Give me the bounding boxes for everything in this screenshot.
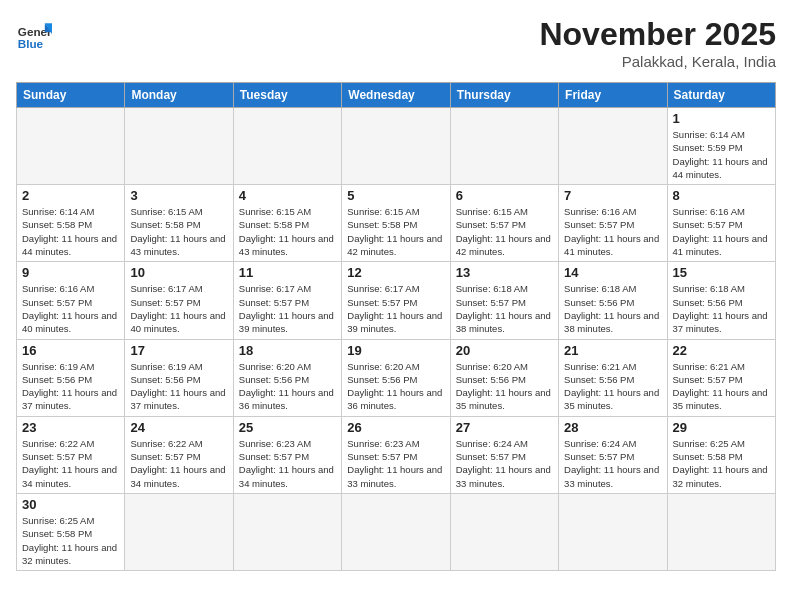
calendar-day-cell — [559, 108, 667, 185]
calendar-day-cell: 6Sunrise: 6:15 AM Sunset: 5:57 PM Daylig… — [450, 185, 558, 262]
weekday-header-saturday: Saturday — [667, 83, 775, 108]
day-number: 25 — [239, 420, 336, 435]
calendar-day-cell: 30Sunrise: 6:25 AM Sunset: 5:58 PM Dayli… — [17, 493, 125, 570]
calendar-day-cell — [559, 493, 667, 570]
day-number: 26 — [347, 420, 444, 435]
calendar-day-cell: 26Sunrise: 6:23 AM Sunset: 5:57 PM Dayli… — [342, 416, 450, 493]
day-number: 12 — [347, 265, 444, 280]
day-info: Sunrise: 6:17 AM Sunset: 5:57 PM Dayligh… — [239, 282, 336, 335]
day-number: 17 — [130, 343, 227, 358]
calendar-day-cell — [342, 493, 450, 570]
day-info: Sunrise: 6:16 AM Sunset: 5:57 PM Dayligh… — [22, 282, 119, 335]
calendar-day-cell: 2Sunrise: 6:14 AM Sunset: 5:58 PM Daylig… — [17, 185, 125, 262]
day-info: Sunrise: 6:22 AM Sunset: 5:57 PM Dayligh… — [130, 437, 227, 490]
calendar-day-cell: 29Sunrise: 6:25 AM Sunset: 5:58 PM Dayli… — [667, 416, 775, 493]
day-info: Sunrise: 6:21 AM Sunset: 5:56 PM Dayligh… — [564, 360, 661, 413]
day-number: 1 — [673, 111, 770, 126]
day-number: 5 — [347, 188, 444, 203]
day-number: 20 — [456, 343, 553, 358]
day-number: 18 — [239, 343, 336, 358]
calendar-day-cell — [233, 108, 341, 185]
day-info: Sunrise: 6:18 AM Sunset: 5:57 PM Dayligh… — [456, 282, 553, 335]
day-info: Sunrise: 6:19 AM Sunset: 5:56 PM Dayligh… — [130, 360, 227, 413]
calendar-day-cell — [450, 108, 558, 185]
day-number: 19 — [347, 343, 444, 358]
day-info: Sunrise: 6:25 AM Sunset: 5:58 PM Dayligh… — [673, 437, 770, 490]
calendar-day-cell — [125, 493, 233, 570]
calendar-week-row: 1Sunrise: 6:14 AM Sunset: 5:59 PM Daylig… — [17, 108, 776, 185]
day-number: 29 — [673, 420, 770, 435]
calendar-week-row: 23Sunrise: 6:22 AM Sunset: 5:57 PM Dayli… — [17, 416, 776, 493]
day-info: Sunrise: 6:24 AM Sunset: 5:57 PM Dayligh… — [456, 437, 553, 490]
day-info: Sunrise: 6:20 AM Sunset: 5:56 PM Dayligh… — [456, 360, 553, 413]
calendar-day-cell: 28Sunrise: 6:24 AM Sunset: 5:57 PM Dayli… — [559, 416, 667, 493]
day-info: Sunrise: 6:17 AM Sunset: 5:57 PM Dayligh… — [130, 282, 227, 335]
day-number: 24 — [130, 420, 227, 435]
day-info: Sunrise: 6:19 AM Sunset: 5:56 PM Dayligh… — [22, 360, 119, 413]
calendar-day-cell — [667, 493, 775, 570]
day-info: Sunrise: 6:20 AM Sunset: 5:56 PM Dayligh… — [239, 360, 336, 413]
day-number: 10 — [130, 265, 227, 280]
calendar-day-cell: 27Sunrise: 6:24 AM Sunset: 5:57 PM Dayli… — [450, 416, 558, 493]
day-info: Sunrise: 6:15 AM Sunset: 5:58 PM Dayligh… — [347, 205, 444, 258]
day-info: Sunrise: 6:18 AM Sunset: 5:56 PM Dayligh… — [564, 282, 661, 335]
calendar-week-row: 16Sunrise: 6:19 AM Sunset: 5:56 PM Dayli… — [17, 339, 776, 416]
day-info: Sunrise: 6:24 AM Sunset: 5:57 PM Dayligh… — [564, 437, 661, 490]
weekday-header-friday: Friday — [559, 83, 667, 108]
calendar-day-cell: 22Sunrise: 6:21 AM Sunset: 5:57 PM Dayli… — [667, 339, 775, 416]
day-number: 13 — [456, 265, 553, 280]
logo-icon: General Blue — [16, 16, 52, 52]
day-number: 14 — [564, 265, 661, 280]
weekday-header-sunday: Sunday — [17, 83, 125, 108]
svg-text:Blue: Blue — [18, 37, 44, 50]
day-number: 30 — [22, 497, 119, 512]
day-number: 27 — [456, 420, 553, 435]
calendar-day-cell — [342, 108, 450, 185]
weekday-header-wednesday: Wednesday — [342, 83, 450, 108]
day-number: 16 — [22, 343, 119, 358]
day-info: Sunrise: 6:21 AM Sunset: 5:57 PM Dayligh… — [673, 360, 770, 413]
calendar-day-cell: 9Sunrise: 6:16 AM Sunset: 5:57 PM Daylig… — [17, 262, 125, 339]
calendar-day-cell: 1Sunrise: 6:14 AM Sunset: 5:59 PM Daylig… — [667, 108, 775, 185]
day-info: Sunrise: 6:22 AM Sunset: 5:57 PM Dayligh… — [22, 437, 119, 490]
day-info: Sunrise: 6:17 AM Sunset: 5:57 PM Dayligh… — [347, 282, 444, 335]
day-info: Sunrise: 6:23 AM Sunset: 5:57 PM Dayligh… — [347, 437, 444, 490]
calendar-day-cell: 16Sunrise: 6:19 AM Sunset: 5:56 PM Dayli… — [17, 339, 125, 416]
calendar-day-cell: 12Sunrise: 6:17 AM Sunset: 5:57 PM Dayli… — [342, 262, 450, 339]
day-number: 9 — [22, 265, 119, 280]
day-number: 2 — [22, 188, 119, 203]
calendar-day-cell — [233, 493, 341, 570]
calendar-day-cell: 8Sunrise: 6:16 AM Sunset: 5:57 PM Daylig… — [667, 185, 775, 262]
day-info: Sunrise: 6:15 AM Sunset: 5:58 PM Dayligh… — [239, 205, 336, 258]
calendar-day-cell: 18Sunrise: 6:20 AM Sunset: 5:56 PM Dayli… — [233, 339, 341, 416]
day-info: Sunrise: 6:14 AM Sunset: 5:59 PM Dayligh… — [673, 128, 770, 181]
calendar-day-cell: 4Sunrise: 6:15 AM Sunset: 5:58 PM Daylig… — [233, 185, 341, 262]
calendar-day-cell: 21Sunrise: 6:21 AM Sunset: 5:56 PM Dayli… — [559, 339, 667, 416]
day-info: Sunrise: 6:15 AM Sunset: 5:58 PM Dayligh… — [130, 205, 227, 258]
calendar-day-cell — [17, 108, 125, 185]
day-number: 6 — [456, 188, 553, 203]
page-header: General Blue November 2025 Palakkad, Ker… — [16, 16, 776, 70]
day-info: Sunrise: 6:16 AM Sunset: 5:57 PM Dayligh… — [673, 205, 770, 258]
calendar-day-cell: 10Sunrise: 6:17 AM Sunset: 5:57 PM Dayli… — [125, 262, 233, 339]
day-number: 8 — [673, 188, 770, 203]
day-info: Sunrise: 6:20 AM Sunset: 5:56 PM Dayligh… — [347, 360, 444, 413]
calendar-day-cell: 24Sunrise: 6:22 AM Sunset: 5:57 PM Dayli… — [125, 416, 233, 493]
day-number: 11 — [239, 265, 336, 280]
day-info: Sunrise: 6:25 AM Sunset: 5:58 PM Dayligh… — [22, 514, 119, 567]
calendar-day-cell: 19Sunrise: 6:20 AM Sunset: 5:56 PM Dayli… — [342, 339, 450, 416]
day-info: Sunrise: 6:16 AM Sunset: 5:57 PM Dayligh… — [564, 205, 661, 258]
day-number: 22 — [673, 343, 770, 358]
calendar-day-cell: 5Sunrise: 6:15 AM Sunset: 5:58 PM Daylig… — [342, 185, 450, 262]
day-number: 21 — [564, 343, 661, 358]
calendar-day-cell: 25Sunrise: 6:23 AM Sunset: 5:57 PM Dayli… — [233, 416, 341, 493]
title-block: November 2025 Palakkad, Kerala, India — [539, 16, 776, 70]
day-number: 4 — [239, 188, 336, 203]
calendar-week-row: 9Sunrise: 6:16 AM Sunset: 5:57 PM Daylig… — [17, 262, 776, 339]
weekday-header-tuesday: Tuesday — [233, 83, 341, 108]
month-title: November 2025 — [539, 16, 776, 53]
day-info: Sunrise: 6:18 AM Sunset: 5:56 PM Dayligh… — [673, 282, 770, 335]
calendar-day-cell: 23Sunrise: 6:22 AM Sunset: 5:57 PM Dayli… — [17, 416, 125, 493]
calendar-table: SundayMondayTuesdayWednesdayThursdayFrid… — [16, 82, 776, 571]
day-number: 28 — [564, 420, 661, 435]
